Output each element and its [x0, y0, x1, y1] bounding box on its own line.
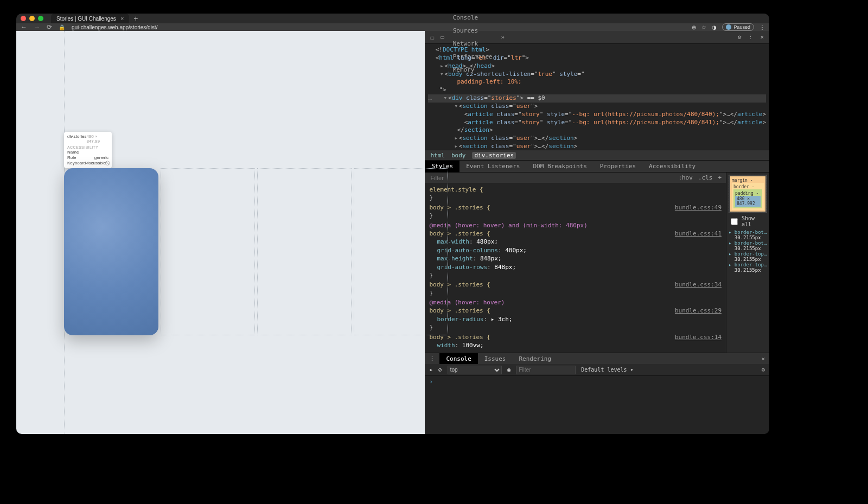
breadcrumb-item[interactable]: body	[451, 152, 466, 159]
story-card[interactable]	[354, 168, 448, 335]
dom-tree[interactable]: <!DOCTYPE html> <html lang="en" dir="ltr…	[425, 44, 769, 150]
devtools-tabs: ⬚ ▭ ElementsConsoleSourcesNetworkPerform…	[425, 31, 769, 44]
rendered-page[interactable]: div.stories 480 × 847.99 ACCESSIBILITY N…	[16, 31, 425, 434]
show-all-label: Show all	[742, 215, 767, 227]
console-prompt: ›	[429, 378, 433, 385]
styles-subtab[interactable]: Accessibility	[642, 161, 702, 173]
styles-subtab[interactable]: Properties	[593, 161, 642, 173]
devtools-panel: ⬚ ▭ ElementsConsoleSourcesNetworkPerform…	[425, 31, 769, 434]
profile-paused[interactable]: Paused	[722, 23, 754, 31]
traffic-lights	[21, 16, 43, 21]
search-icon[interactable]: ⊕	[692, 24, 696, 30]
eye-icon[interactable]: ◉	[507, 366, 511, 373]
computed-properties: ▸ border-bot… 30.2155px▸ border-bot… 30.…	[729, 229, 767, 273]
maximize-window-icon[interactable]	[38, 16, 43, 21]
tooltip-dimensions: 480 × 847.99	[86, 134, 108, 144]
context-select[interactable]: top	[448, 366, 502, 374]
avatar-icon	[726, 24, 731, 30]
devtools-tab-sources[interactable]: Sources	[448, 24, 498, 37]
console-body[interactable]: ›	[425, 376, 769, 434]
browser-tabbar: Stories | GUI Challenges × +	[16, 14, 769, 23]
close-tab-icon[interactable]: ×	[120, 15, 124, 22]
menu-icon[interactable]: ⋮	[760, 24, 765, 30]
console-tab[interactable]: Rendering	[513, 353, 558, 364]
stories-container	[64, 168, 448, 335]
console-gear-icon[interactable]: ⚙	[761, 366, 765, 373]
box-model: margin -border -padding -480 × 847.992	[729, 175, 767, 213]
close-devtools-icon[interactable]: ×	[757, 34, 767, 41]
extension-icon[interactable]: ◑	[712, 24, 717, 30]
lock-icon: 🔒	[59, 24, 65, 30]
url-text[interactable]: gui-challenges.web.app/stories/dist/	[72, 24, 685, 30]
close-drawer-icon[interactable]: ×	[757, 355, 769, 362]
story-card[interactable]	[257, 168, 352, 335]
back-icon[interactable]: ←	[21, 23, 27, 31]
story-card[interactable]	[161, 168, 255, 335]
kebab-icon[interactable]: ⋮	[744, 34, 757, 41]
forward-icon[interactable]: →	[34, 23, 40, 31]
show-all-checkbox[interactable]	[731, 218, 738, 225]
bookmark-icon[interactable]: ☆	[701, 24, 706, 30]
breadcrumb-item[interactable]: html	[430, 152, 445, 159]
paused-label: Paused	[733, 24, 750, 30]
new-style-icon[interactable]: +	[718, 174, 722, 181]
more-tabs-icon[interactable]: »	[498, 34, 508, 41]
minimize-window-icon[interactable]	[29, 16, 35, 21]
log-levels[interactable]: Default levels ▾	[581, 367, 633, 373]
console-drawer: ⋮ConsoleIssuesRendering× ▸ ⊘ top ◉ Defau…	[425, 353, 769, 434]
story-card[interactable]	[64, 168, 158, 335]
styles-filterbar: :hov .cls +	[425, 173, 726, 183]
clear-console-icon[interactable]: ⊘	[438, 366, 442, 373]
dom-breadcrumb[interactable]: htmlbodydiv.stories	[425, 150, 769, 161]
styles-subtabs: StylesEvent ListenersDOM BreakpointsProp…	[425, 161, 769, 173]
tooltip-section: ACCESSIBILITY	[67, 145, 108, 149]
browser-urlbar: ← → ⟳ 🔒 gui-challenges.web.app/stories/d…	[16, 23, 769, 31]
element-inspect-tooltip: div.stories 480 × 847.99 ACCESSIBILITY N…	[64, 132, 112, 168]
breadcrumb-item[interactable]: div.stories	[472, 152, 516, 159]
styles-rules[interactable]: element.style {}body > .stories {bundle.…	[425, 183, 726, 353]
hov-toggle[interactable]: :hov	[678, 174, 693, 181]
console-kebab-icon[interactable]: ⋮	[425, 355, 439, 362]
devtools-tab-console[interactable]: Console	[448, 14, 498, 24]
reload-icon[interactable]: ⟳	[47, 23, 52, 31]
computed-sidebar: margin -border -padding -480 × 847.992 S…	[726, 173, 769, 353]
console-tab[interactable]: Console	[439, 353, 477, 364]
styles-subtab[interactable]: Event Listeners	[459, 161, 526, 173]
console-tabs: ⋮ConsoleIssuesRendering×	[425, 353, 769, 364]
cls-toggle[interactable]: .cls	[698, 174, 713, 181]
show-all-toggle[interactable]: Show all	[729, 215, 767, 227]
console-tab[interactable]: Issues	[478, 353, 513, 364]
gear-icon[interactable]: ⚙	[735, 34, 745, 41]
tab-title: Stories | GUI Challenges	[56, 16, 116, 22]
sidebar-toggle-icon[interactable]: ▸	[429, 366, 433, 373]
tooltip-selector: div.stories	[67, 134, 86, 144]
styles-subtab[interactable]: DOM Breakpoints	[526, 161, 593, 173]
console-toolbar: ▸ ⊘ top ◉ Default levels ▾ ⚙	[425, 364, 769, 376]
browser-tab[interactable]: Stories | GUI Challenges ×	[51, 14, 129, 23]
device-toggle-icon[interactable]: ▭	[437, 34, 448, 41]
inspect-icon[interactable]: ⬚	[427, 34, 437, 41]
close-window-icon[interactable]	[21, 16, 26, 21]
new-tab-button[interactable]: +	[133, 14, 138, 23]
console-filter-input[interactable]	[516, 366, 576, 374]
browser-window: Stories | GUI Challenges × + ← → ⟳ 🔒 gui…	[16, 14, 769, 434]
